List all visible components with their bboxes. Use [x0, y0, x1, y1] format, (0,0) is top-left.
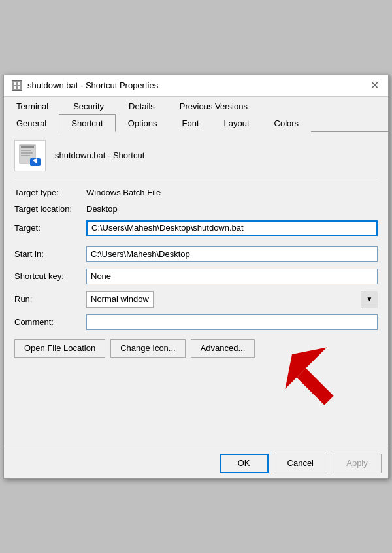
- target-row: Target:: [14, 220, 378, 236]
- title-bar: shutdown.bat - Shortcut Properties ✕: [4, 75, 388, 97]
- shortcut-key-label: Shortcut key:: [14, 271, 86, 281]
- title-bar-left: shutdown.bat - Shortcut Properties: [12, 80, 158, 91]
- ok-button[interactable]: OK: [220, 454, 269, 473]
- target-type-value: Windows Batch File: [86, 188, 161, 197]
- target-type-label: Target type:: [14, 188, 86, 197]
- target-type-row: Target type: Windows Batch File: [14, 188, 378, 197]
- tab-font[interactable]: Font: [169, 114, 211, 132]
- arrow-container: [14, 361, 378, 440]
- shortcut-key-row: Shortcut key:: [14, 269, 378, 284]
- target-location-value: Desktop: [86, 204, 118, 214]
- properties-window: shutdown.bat - Shortcut Properties ✕ Ter…: [3, 75, 389, 479]
- tab-layout[interactable]: Layout: [212, 114, 262, 132]
- comment-label: Comment:: [14, 317, 86, 327]
- shortcut-icon: [14, 140, 46, 171]
- comment-input[interactable]: [86, 314, 378, 330]
- tab-terminal[interactable]: Terminal: [4, 97, 61, 114]
- start-in-label: Start in:: [14, 249, 86, 259]
- chevron-down-icon: ▼: [361, 291, 378, 308]
- tab-shortcut[interactable]: Shortcut: [59, 114, 115, 132]
- shortcut-header: shutdown.bat - Shortcut: [14, 140, 378, 178]
- tab-options[interactable]: Options: [116, 114, 170, 132]
- tab-general[interactable]: General: [4, 114, 59, 132]
- tab-colors[interactable]: Colors: [262, 114, 312, 132]
- target-location-label: Target location:: [14, 204, 86, 214]
- bottom-buttons-bar: OK Cancel Apply: [4, 448, 388, 478]
- run-select-wrapper: Normal window ▼: [86, 291, 378, 308]
- start-in-input[interactable]: [86, 246, 378, 262]
- shortcut-title: shutdown.bat - Shortcut: [55, 150, 144, 160]
- start-in-row: Start in:: [14, 246, 378, 262]
- tab-details[interactable]: Details: [116, 97, 167, 114]
- tab-previous-versions[interactable]: Previous Versions: [167, 97, 260, 114]
- content-area: shutdown.bat - Shortcut Target type: Win…: [4, 132, 388, 448]
- cancel-button[interactable]: Cancel: [274, 454, 327, 473]
- svg-rect-9: [21, 155, 30, 156]
- run-label: Run:: [14, 294, 86, 304]
- target-label: Target:: [14, 223, 86, 233]
- change-icon-button[interactable]: Change Icon...: [110, 339, 186, 358]
- shortcut-key-input[interactable]: [86, 269, 378, 284]
- tab-security[interactable]: Security: [61, 97, 116, 114]
- advanced-button[interactable]: Advanced...: [191, 339, 255, 358]
- run-row: Run: Normal window ▼: [14, 291, 378, 308]
- svg-rect-1: [14, 82, 16, 85]
- target-location-row: Target location: Desktop: [14, 204, 378, 214]
- svg-rect-7: [21, 150, 31, 151]
- svg-rect-6: [21, 146, 34, 148]
- svg-rect-13: [297, 368, 334, 405]
- tab-row-1: Terminal Security Details Previous Versi…: [4, 97, 388, 114]
- apply-button[interactable]: Apply: [333, 454, 382, 473]
- window-title: shutdown.bat - Shortcut Properties: [27, 80, 158, 90]
- svg-rect-3: [14, 86, 16, 89]
- svg-rect-8: [21, 152, 33, 154]
- comment-row: Comment:: [14, 314, 378, 330]
- svg-rect-4: [18, 86, 20, 89]
- tab-row-2: General Shortcut Options Font Layout Col…: [4, 114, 388, 132]
- svg-rect-2: [18, 82, 20, 85]
- red-arrow-indicator: [280, 342, 365, 427]
- open-file-location-button[interactable]: Open File Location: [14, 339, 105, 358]
- window-icon: [12, 80, 22, 91]
- run-select[interactable]: Normal window: [86, 291, 154, 308]
- target-input[interactable]: [86, 220, 378, 236]
- close-button[interactable]: ✕: [369, 80, 380, 91]
